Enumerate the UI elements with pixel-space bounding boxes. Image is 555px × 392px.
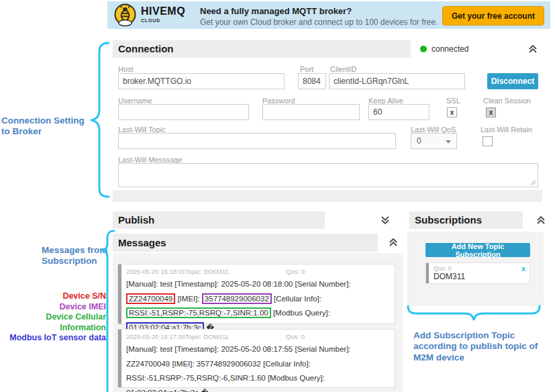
lastwill-qos-value: 0: [417, 136, 421, 146]
publish-header: Publish: [113, 211, 325, 229]
message-topic: Topic: DOM311: [185, 333, 229, 340]
connection-footer: [113, 190, 542, 202]
publish-title: Publish: [118, 214, 154, 226]
messages-title: Messages: [118, 237, 166, 248]
promo-banner: HIVEMQ CLOUD Need a fully managed MQTT b…: [107, 1, 550, 29]
bee-logo-icon: [113, 3, 137, 27]
connection-status: connected: [411, 40, 542, 58]
serial-number-highlight: ZZ24700049: [126, 293, 175, 304]
lastwill-retain-label: Last-Will Retain: [481, 126, 532, 134]
banner-subheadline: Get your own Cloud broker and connect up…: [200, 17, 438, 27]
remove-subscription-button[interactable]: x: [521, 264, 525, 273]
chevron-double-up-icon[interactable]: [527, 44, 538, 54]
message-topic: Topic: DOM311: [185, 268, 229, 275]
messages-header-bar: Messages: [113, 234, 378, 252]
annotation-add-subscription: Add Subscription Topic according to publ…: [413, 330, 555, 363]
subscriptions-header-bar: Subscriptions: [409, 211, 523, 229]
message-card: 2025-05-20 16:18:01 Topic: DOM311 Qos: 0…: [117, 264, 395, 324]
clientid-input[interactable]: [329, 73, 465, 89]
password-input[interactable]: [262, 104, 360, 120]
chevron-double-up-icon[interactable]: [536, 215, 546, 226]
annotation-device-labels: Device S/N Device IMEI Device Cellular I…: [0, 291, 106, 344]
dropdown-arrow-icon: [446, 140, 451, 144]
subscription-topic: DOM311: [434, 272, 465, 281]
ssl-checkbox[interactable]: x: [447, 107, 457, 117]
annotation-device-imei: Device IMEI: [0, 302, 106, 313]
message-text: [IMEI]:: [175, 295, 202, 303]
subscriptions-title: Subscriptions: [415, 214, 482, 226]
message-text: [Manual]: test [Timestamp]: 2025-05-20 0…: [126, 345, 351, 392]
status-text: connected: [432, 44, 468, 54]
message-text: [Manual]: test [Timestamp]: 2025-05-20 0…: [126, 280, 351, 288]
add-subscription-button[interactable]: Add New Topic Subscription: [425, 243, 530, 257]
lastwill-topic-input[interactable]: [118, 133, 396, 149]
publish-panel: Publish: [113, 211, 403, 229]
annotation-device-sn: Device S/N: [0, 291, 106, 302]
lastwill-retain-checkbox[interactable]: [483, 136, 493, 146]
keepalive-input[interactable]: [368, 104, 430, 120]
message-time: 2025-05-20 16:17:56: [126, 333, 185, 340]
connection-title: Connection: [118, 43, 174, 54]
messages-list: 2025-05-20 16:18:01 Topic: DOM311 Qos: 0…: [113, 253, 403, 392]
brand-sub: CLOUD: [141, 18, 185, 23]
subscription-qos: Qos: 0: [434, 265, 452, 272]
annotation-brace-connection: [90, 42, 110, 199]
username-input[interactable]: [118, 104, 249, 120]
port-label: Port: [300, 65, 313, 73]
messages-header: Messages: [113, 234, 403, 252]
message-accent-bar: [118, 264, 121, 324]
ssl-label: SSL: [446, 97, 460, 105]
page: HIVEMQ CLOUD Need a fully managed MQTT b…: [0, 0, 555, 392]
connection-panel: Connection connected Host Port ClientID …: [113, 40, 542, 202]
annotation-device-cellular: Device Cellular Information: [0, 312, 106, 333]
clean-session-checkbox[interactable]: x: [486, 107, 496, 117]
clientid-label: ClientID: [330, 65, 356, 73]
status-dot: [420, 46, 427, 52]
lastwill-qos-select[interactable]: 0: [411, 133, 457, 149]
cellular-info-highlight: RSSI:-51,RSRP:-75,RSRQ:-7,SINR:1.00: [126, 307, 271, 318]
port-input[interactable]: [298, 73, 326, 89]
chevron-double-up-icon[interactable]: [388, 237, 399, 248]
subscription-accent-bar: [426, 263, 429, 283]
annotation-connection-setting: Connection Setting to Broker: [1, 115, 94, 138]
annotation-brace-subscription: [407, 305, 541, 324]
annotation-modbus-data: Modbus IoT sensor data: [0, 333, 106, 344]
subscriptions-header: Subscriptions: [409, 211, 548, 229]
host-label: Host: [118, 65, 134, 73]
message-body: [Manual]: test [Timestamp]: 2025-05-20 0…: [126, 277, 389, 335]
brand-name: HIVEMQ: [141, 6, 185, 17]
message-text: [Cellular Info]:: [272, 295, 321, 303]
brand-block: HIVEMQ CLOUD: [141, 6, 185, 23]
get-account-button[interactable]: Get your free account: [442, 6, 544, 26]
lastwill-message-textarea[interactable]: [118, 163, 538, 187]
connection-header: Connection: [113, 40, 411, 58]
message-accent-bar: [118, 330, 121, 387]
message-body: [Manual]: test [Timestamp]: 2025-05-20 0…: [126, 342, 389, 392]
message-card: 2025-05-20 16:17:56 Topic: DOM311 Qos: 0…: [117, 329, 395, 388]
chevron-double-down-icon[interactable]: [380, 215, 391, 226]
message-text: [Modbus Query]:: [271, 309, 330, 317]
clean-session-label: Clean Session: [483, 97, 531, 105]
disconnect-button[interactable]: Disconnect: [487, 73, 538, 89]
imei-highlight: 357748929006032: [202, 293, 272, 304]
message-qos: Qos: 0: [286, 268, 305, 275]
subscription-card: Qos: 0 x DOM311: [425, 262, 530, 284]
banner-headline: Need a fully managed MQTT broker?: [200, 6, 352, 16]
annotation-messages-from-subscription: Messages from Subscription: [42, 245, 110, 267]
subscriptions-panel: Add New Topic Subscription Qos: 0 x DOM3…: [407, 232, 544, 306]
resize-handle-icon[interactable]: [530, 179, 536, 185]
host-input[interactable]: [118, 73, 285, 89]
message-time: 2025-05-20 16:18:01: [126, 268, 185, 275]
message-qos: Qos: 0: [286, 333, 305, 340]
